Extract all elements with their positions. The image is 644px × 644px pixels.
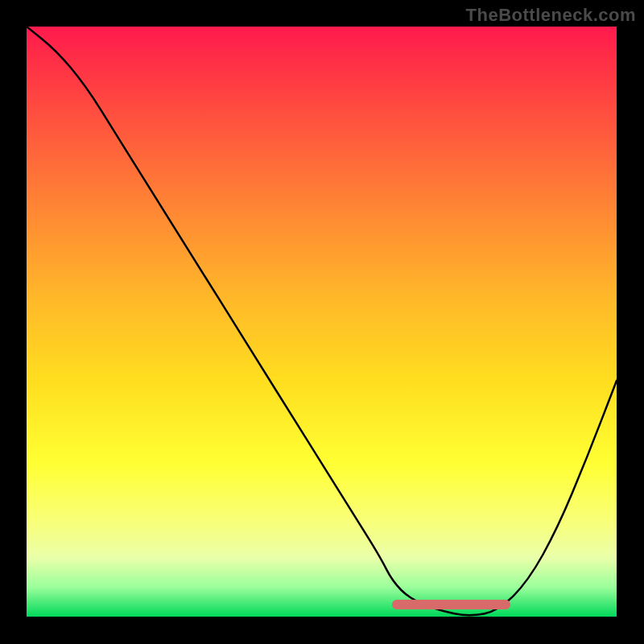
optimal-band bbox=[392, 600, 510, 609]
chart-container: TheBottleneck.com bbox=[0, 0, 644, 644]
curve-layer bbox=[27, 27, 617, 617]
plot-area bbox=[27, 27, 617, 617]
watermark: TheBottleneck.com bbox=[466, 5, 636, 26]
bottleneck-curve bbox=[27, 27, 617, 615]
